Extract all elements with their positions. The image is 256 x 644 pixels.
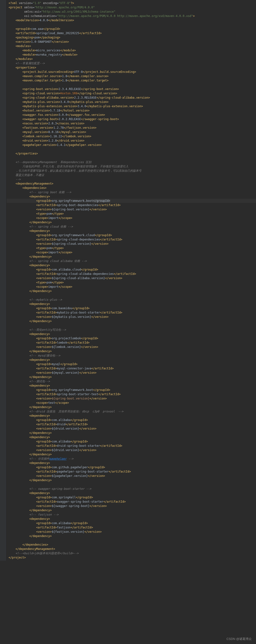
code-line[interactable] (7, 147, 256, 152)
code-line[interactable]: <!--常量属性配置--> (7, 61, 256, 66)
code-line[interactable]: <dependency> (7, 461, 256, 465)
code-line[interactable]: <spring-cloud.version>Hoxton.SR8</spring… (7, 91, 256, 96)
code-line[interactable]: <type>pom</type> (7, 280, 256, 285)
code-line[interactable]: </dependencies> (7, 542, 256, 547)
code-line[interactable]: <version>${druid.version}</version> (7, 426, 256, 431)
code-line[interactable]: <groupId>com.alibaba</groupId> (7, 521, 256, 525)
code-line[interactable]: <dependencyManagement> (7, 182, 256, 186)
code-line[interactable]: </dependency> (7, 405, 256, 409)
code-line[interactable]: <modelVersion>4.0.0</modelVersion> (7, 18, 256, 22)
code-line[interactable]: <groupId>org.springframework.boot</group… (7, 388, 256, 392)
code-line[interactable]: <version>1.0-SNAPSHOT</version> (7, 40, 256, 44)
code-line[interactable]: <artifactId>mysql-connector-java</artifa… (7, 366, 256, 370)
code-line[interactable] (7, 293, 256, 298)
code-line[interactable]: <lombok.version>1.18.22</lombok.version> (7, 134, 256, 138)
code-line[interactable]: </dependency> (7, 534, 256, 538)
code-line[interactable]: <version>${pagehelper.version}</version> (7, 474, 256, 478)
code-line[interactable]: <groupId>com.alibaba</groupId> (7, 418, 256, 422)
code-line[interactable]: xmlns:xsi="http://www.w3.org/2001/XMLSch… (7, 10, 256, 14)
code-line[interactable]: <groupId>com.github.pagehelper</groupId> (7, 465, 256, 470)
code-line[interactable] (7, 538, 256, 542)
code-line[interactable]: 只做包的声明，不引入包，目录为所有的子孙项目管理版本，子孙项目可以按需引入 (7, 164, 256, 168)
code-line[interactable]: <version>${druid.version}</version> (7, 448, 256, 452)
code-line[interactable]: <groupId>com.baomidou</groupId> (7, 306, 256, 310)
code-line[interactable]: <!-- swagger-spring-boot-starter --> (7, 487, 256, 491)
code-line[interactable]: <hutool.version>5.7.18</hutool.version> (7, 108, 256, 113)
code-line[interactable]: <dependency> (7, 435, 256, 439)
code-line[interactable]: <dependency> (7, 332, 256, 336)
code-line[interactable]: <groupId>org.projectlombok</groupId> (7, 336, 256, 340)
code-line[interactable]: <artifactId>lombok</artifactId> (7, 340, 256, 345)
code-line[interactable]: 覆盖父类版本，不建议 (7, 173, 256, 177)
code-line[interactable]: <artifactId>swagger-spring-boot-starter<… (7, 500, 256, 504)
code-line[interactable]: <modules> (7, 44, 256, 48)
code-line[interactable]: <!--<build>jdk版本有问题使用</build>--> (7, 551, 256, 556)
code-line[interactable]: <groupId>mysql</groupId> (7, 362, 256, 366)
code-line[interactable]: <artifactId>mybatis-plus-boot-starter</a… (7, 310, 256, 315)
code-line[interactable]: <artifactId>pagehelper-spring-boot-start… (7, 470, 256, 474)
code-line[interactable]: <dependency> (7, 517, 256, 521)
code-line[interactable]: </dependencyManagement> (7, 547, 256, 551)
code-line[interactable]: <module>eureka_registry</module> (7, 52, 256, 57)
code-line[interactable]: <!--简化entity写法包--> (7, 328, 256, 332)
code-line[interactable]: <properties> (7, 66, 256, 70)
code-line[interactable]: <!-- spring cloud 依赖 --> (7, 224, 256, 229)
code-line[interactable]: ，引入时不需要写版本号，默认集成父类版本号，如果不想使用父类版本号，可以添加自己… (7, 168, 256, 173)
code-line[interactable]: <version>${swagger-spring-boot}</version… (7, 504, 256, 508)
code-line[interactable]: <!-- spring boot 依赖 --> (7, 190, 256, 194)
code-line[interactable]: <dependency> (7, 263, 256, 268)
code-line[interactable]: <artifactId>druid</artifactId> (7, 422, 256, 426)
code-line[interactable]: <version>${lombok.version}</version> (7, 345, 256, 349)
code-line[interactable]: <swagger.fox.version>3.0.0</swagger.fox.… (7, 113, 256, 117)
code-line[interactable] (7, 323, 256, 328)
code-line[interactable]: <scope>import</scope> (7, 216, 256, 220)
code-line[interactable]: <artifactId>spring-boot-starter-test</ar… (7, 392, 256, 396)
code-line[interactable]: <?xml version="1.0" encoding="UTF-8"?> (7, 1, 256, 5)
code-line[interactable]: <maven.compiler.target>1.8</maven.compil… (7, 78, 256, 82)
code-line[interactable]: <type>pom</type> (7, 246, 256, 250)
code-line[interactable]: <dependency> (7, 358, 256, 362)
code-line[interactable]: <version>${spring-cloud-alibaba.version}… (7, 276, 256, 280)
code-line[interactable]: <artifactId>springcloud_demo_20220225</a… (7, 31, 256, 35)
code-line[interactable]: <artifactId>spring-cloud-alibaba-depende… (7, 272, 256, 276)
code-line[interactable]: <groupId>com.alibaba.cloud</groupId> (7, 268, 256, 272)
code-line[interactable]: <groupId>com.spring4all</groupId> (7, 495, 256, 500)
code-line[interactable]: </dependency> (7, 431, 256, 435)
code-line[interactable] (7, 22, 256, 27)
code-line[interactable] (7, 156, 256, 160)
code-line[interactable]: <packaging>pom</packaging> (7, 35, 256, 40)
code-line[interactable]: <druid.version>1.2.8</druid.version> (7, 138, 256, 143)
code-line[interactable]: <maven.compiler.source>1.8</maven.compil… (7, 74, 256, 78)
code-line[interactable]: <!-- fastjson --> (7, 512, 256, 517)
code-line[interactable]: <dependencies> (7, 186, 256, 190)
code-line[interactable]: </dependency> (7, 289, 256, 293)
code-line[interactable]: --> (7, 177, 256, 182)
code-line[interactable]: <nacos.version>2.0.3</nacos.version> (7, 121, 256, 126)
code-line[interactable]: <artifactId>spring-cloud-dependencies</a… (7, 237, 256, 242)
code-line[interactable]: </project> (7, 556, 256, 560)
code-line[interactable]: <groupId>com.aaa</groupId> (7, 27, 256, 31)
code-line[interactable]: </dependency> (7, 349, 256, 354)
code-line[interactable]: <mysql.version>8.0.16</mysql.version> (7, 130, 256, 134)
code-line[interactable]: <mybatis-plus-extension.version>3.4.0</m… (7, 104, 256, 108)
code-line[interactable]: <version>${spring-boot.version}</version… (7, 396, 256, 401)
code-line[interactable]: <groupId>com.alibaba</groupId> (7, 439, 256, 444)
code-line[interactable]: <type>pom</type> (7, 212, 256, 216)
code-line[interactable]: <groupId>org.springframework.cloud</grou… (7, 233, 256, 237)
code-line[interactable]: <dependency> (7, 491, 256, 495)
code-line[interactable]: </dependency> (7, 254, 256, 259)
code-line[interactable]: <dependency> (7, 302, 256, 306)
code-line[interactable]: </dependency> (7, 452, 256, 456)
code-line[interactable]: <!--测试包--> (7, 379, 256, 384)
code-line[interactable] (7, 82, 256, 87)
code-line[interactable]: <dependency> (7, 194, 256, 199)
code-line[interactable]: <spring-boot.version>2.3.4.RELEASE</spri… (7, 87, 256, 91)
code-line[interactable]: xsi:schemaLocation="http://maven.apache.… (7, 14, 256, 18)
code-line[interactable]: <scope>import</scope> (7, 285, 256, 289)
code-line[interactable]: <!--mybatis-plus--> (7, 298, 256, 302)
code-line[interactable]: </dependency> (7, 478, 256, 482)
code-line[interactable]: <mybatis-plus.version>3.4.0</mybatis-plu… (7, 100, 256, 104)
code-line[interactable]: <!-- mysql驱动包--> (7, 354, 256, 358)
code-line[interactable]: </properties> (7, 152, 256, 156)
code-line[interactable]: <scope>test</scope> (7, 401, 256, 405)
